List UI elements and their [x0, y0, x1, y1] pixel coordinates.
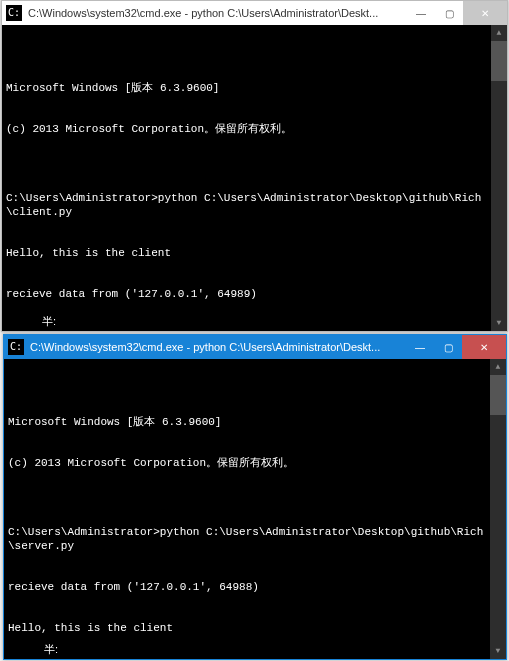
scroll-down-icon[interactable]: ▼	[490, 643, 506, 659]
window-controls: — ▢ ✕	[407, 1, 507, 25]
cmd-icon: C:	[8, 339, 24, 355]
terminal-area[interactable]: Microsoft Windows [版本 6.3.9600] (c) 2013…	[2, 25, 507, 331]
window-title: C:\Windows\system32\cmd.exe - python C:\…	[30, 341, 406, 353]
terminal-line: (c) 2013 Microsoft Corporation。保留所有权利。	[8, 457, 486, 471]
terminal-line: Microsoft Windows [版本 6.3.9600]	[6, 82, 487, 96]
scroll-up-icon[interactable]: ▲	[490, 359, 506, 375]
terminal-line: Hello, this is the client	[6, 247, 487, 261]
window-title: C:\Windows\system32\cmd.exe - python C:\…	[28, 7, 407, 19]
terminal-line: Hello, this is the server	[6, 330, 487, 332]
scrollbar-thumb[interactable]	[490, 375, 506, 415]
scrollbar-thumb[interactable]	[491, 41, 507, 81]
cmd-icon: C:	[6, 5, 22, 21]
minimize-button[interactable]: —	[406, 335, 434, 359]
terminal-line: recieve data from ('127.0.0.1', 64989)	[6, 288, 487, 302]
minimize-button[interactable]: —	[407, 1, 435, 25]
svg-text:C:: C:	[10, 341, 22, 352]
terminal-line: C:\Users\Administrator>python C:\Users\A…	[6, 192, 487, 220]
cmd-window-server: C: C:\Windows\system32\cmd.exe - python …	[3, 334, 507, 660]
ime-status: 半:	[42, 315, 56, 329]
ime-status: 半:	[44, 643, 58, 657]
terminal-output: Microsoft Windows [版本 6.3.9600] (c) 2013…	[6, 55, 503, 332]
maximize-button[interactable]: ▢	[434, 335, 462, 359]
terminal-line: recieve data from ('127.0.0.1', 64988)	[8, 581, 486, 595]
terminal-output: Microsoft Windows [版本 6.3.9600] (c) 2013…	[8, 389, 502, 660]
scroll-down-icon[interactable]: ▼	[491, 315, 507, 331]
terminal-line: (c) 2013 Microsoft Corporation。保留所有权利。	[6, 123, 487, 137]
maximize-button[interactable]: ▢	[435, 1, 463, 25]
titlebar[interactable]: C: C:\Windows\system32\cmd.exe - python …	[4, 335, 506, 359]
terminal-area[interactable]: Microsoft Windows [版本 6.3.9600] (c) 2013…	[4, 359, 506, 659]
scrollbar[interactable]: ▲ ▼	[490, 359, 506, 659]
cmd-window-client: C: C:\Windows\system32\cmd.exe - python …	[1, 0, 508, 332]
titlebar[interactable]: C: C:\Windows\system32\cmd.exe - python …	[2, 1, 507, 25]
terminal-line: Hello, this is the client	[8, 622, 486, 636]
close-button[interactable]: ✕	[463, 1, 507, 25]
svg-text:C:: C:	[8, 7, 20, 18]
terminal-line: Microsoft Windows [版本 6.3.9600]	[8, 416, 486, 430]
terminal-line: C:\Users\Administrator>python C:\Users\A…	[8, 526, 486, 554]
close-button[interactable]: ✕	[462, 335, 506, 359]
scroll-up-icon[interactable]: ▲	[491, 25, 507, 41]
window-controls: — ▢ ✕	[406, 335, 506, 359]
scrollbar[interactable]: ▲ ▼	[491, 25, 507, 331]
